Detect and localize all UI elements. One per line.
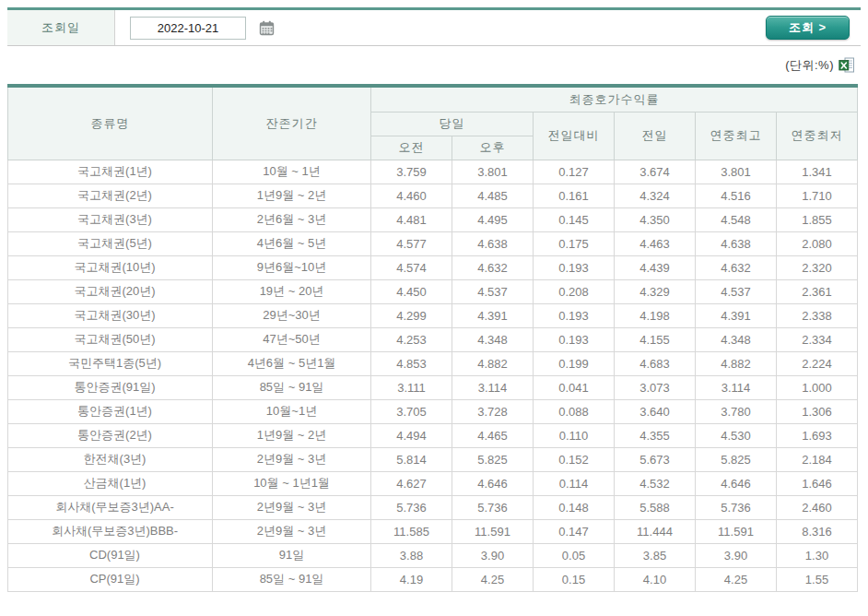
table-row: 국고채권(2년)1년9월 ~ 2년4.4604.4850.1614.3244.5…: [8, 184, 858, 207]
cell-year-high: 4.882: [696, 351, 777, 375]
cell-type-name: CD(91일): [8, 543, 213, 567]
cell-change: 0.145: [534, 207, 615, 231]
excel-export-button[interactable]: [839, 57, 855, 74]
cell-am: 4.19: [371, 567, 452, 591]
cell-change: 0.175: [534, 231, 615, 255]
search-toolbar: 조회일 조회 >: [7, 7, 861, 46]
cell-change: 0.199: [534, 351, 615, 375]
cell-type-name: 국고채권(2년): [8, 184, 213, 207]
cell-type-name: 회사채(무보증3년)BBB-: [8, 519, 213, 543]
yield-table-body: 국고채권(1년)10월 ~ 1년3.7593.8010.1273.6743.80…: [8, 160, 858, 591]
cell-type-name: 통안증권(1년): [8, 399, 213, 423]
cell-maturity: 1년9월 ~ 2년: [213, 184, 371, 207]
cell-pm: 3.114: [452, 375, 534, 399]
header-yield-group: 최종호가수익률: [371, 86, 858, 112]
cell-type-name: 국고채권(20년): [8, 279, 213, 303]
cell-change: 0.148: [534, 495, 615, 519]
query-date-label: 조회일: [7, 10, 115, 45]
cell-pm: 4.391: [452, 303, 534, 327]
header-year-low: 연중최저: [777, 112, 858, 160]
cell-year-low: 1.000: [777, 375, 858, 399]
table-row: 한전채(3년)2년9월 ~ 3년5.8145.8250.1525.6735.82…: [8, 447, 858, 471]
cell-prev-day: 4.439: [615, 255, 696, 279]
table-row: CD(91일)91일3.883.900.053.853.901.30: [8, 543, 858, 567]
cell-pm: 5.736: [452, 495, 534, 519]
cell-prev-day: 5.673: [615, 447, 696, 471]
cell-year-high: 3.114: [696, 375, 777, 399]
cell-pm: 3.801: [452, 160, 534, 184]
cell-type-name: 한전채(3년): [8, 447, 213, 471]
cell-prev-day: 4.683: [615, 351, 696, 375]
cell-maturity: 85일 ~ 91일: [213, 567, 371, 591]
cell-year-low: 8.316: [777, 519, 858, 543]
header-pm: 오후: [452, 136, 534, 160]
cell-year-low: 2.460: [777, 495, 858, 519]
cell-pm: 4.638: [452, 231, 534, 255]
cell-year-low: 1.55: [777, 567, 858, 591]
cell-year-high: 4.391: [696, 303, 777, 327]
cell-change: 0.193: [534, 327, 615, 351]
cell-change: 0.208: [534, 279, 615, 303]
cell-pm: 3.90: [452, 543, 534, 567]
cell-year-low: 2.338: [777, 303, 858, 327]
table-row: 국고채권(3년)2년6월 ~ 3년4.4814.4950.1454.3504.5…: [8, 207, 858, 231]
header-today: 당일: [371, 112, 534, 136]
cell-change: 0.147: [534, 519, 615, 543]
table-row: 국고채권(30년)29년~30년4.2994.3910.1934.1984.39…: [8, 303, 858, 327]
cell-prev-day: 3.674: [615, 160, 696, 184]
cell-type-name: 국민주택1종(5년): [8, 351, 213, 375]
cell-maturity: 2년9월 ~ 3년: [213, 519, 371, 543]
table-row: 국민주택1종(5년)4년6월 ~ 5년1월4.8534.8820.1994.68…: [8, 351, 858, 375]
excel-icon: [839, 57, 855, 74]
cell-maturity: 2년9월 ~ 3년: [213, 495, 371, 519]
cell-am: 4.460: [371, 184, 452, 207]
table-row: 회사채(무보증3년)BBB-2년9월 ~ 3년11.58511.5910.147…: [8, 519, 858, 543]
cell-prev-day: 4.532: [615, 471, 696, 495]
header-maturity: 잔존기간: [213, 86, 371, 160]
cell-year-low: 1.646: [777, 471, 858, 495]
cell-prev-day: 4.329: [615, 279, 696, 303]
cell-change: 0.05: [534, 543, 615, 567]
table-row: 국고채권(1년)10월 ~ 1년3.7593.8010.1273.6743.80…: [8, 160, 858, 184]
cell-prev-day: 3.640: [615, 399, 696, 423]
cell-prev-day: 4.10: [615, 567, 696, 591]
cell-prev-day: 4.198: [615, 303, 696, 327]
cell-change: 0.114: [534, 471, 615, 495]
cell-maturity: 47년~50년: [213, 327, 371, 351]
cell-year-high: 4.530: [696, 423, 777, 447]
cell-year-high: 5.736: [696, 495, 777, 519]
cell-pm: 4.485: [452, 184, 534, 207]
table-row: 통안증권(1년)10월~1년3.7053.7280.0883.6403.7801…: [8, 399, 858, 423]
cell-year-low: 1.710: [777, 184, 858, 207]
search-button[interactable]: 조회 >: [766, 16, 850, 40]
cell-am: 11.585: [371, 519, 452, 543]
cell-maturity: 2년6월 ~ 3년: [213, 207, 371, 231]
cell-pm: 4.882: [452, 351, 534, 375]
query-date-input[interactable]: [130, 17, 246, 40]
unit-note: (단위:%): [785, 57, 834, 74]
cell-year-low: 1.306: [777, 399, 858, 423]
table-row: 산금채(1년)10월 ~ 1년1월4.6274.6460.1144.5324.6…: [8, 471, 858, 495]
cell-year-low: 1.855: [777, 207, 858, 231]
cell-pm: 4.348: [452, 327, 534, 351]
cell-am: 3.88: [371, 543, 452, 567]
table-row: 국고채권(50년)47년~50년4.2534.3480.1934.1554.34…: [8, 327, 858, 351]
cell-year-high: 3.801: [696, 160, 777, 184]
calendar-picker-button[interactable]: [258, 19, 275, 36]
cell-am: 5.814: [371, 447, 452, 471]
cell-change: 0.088: [534, 399, 615, 423]
cell-maturity: 9년6월~10년: [213, 255, 371, 279]
cell-maturity: 29년~30년: [213, 303, 371, 327]
cell-prev-day: 4.463: [615, 231, 696, 255]
cell-am: 3.111: [371, 375, 452, 399]
cell-am: 4.299: [371, 303, 452, 327]
cell-pm: 4.25: [452, 567, 534, 591]
cell-pm: 3.728: [452, 399, 534, 423]
cell-year-low: 1.693: [777, 423, 858, 447]
cell-pm: 4.465: [452, 423, 534, 447]
table-row: 국고채권(20년)19년 ~ 20년4.4504.5370.2084.3294.…: [8, 279, 858, 303]
cell-pm: 11.591: [452, 519, 534, 543]
cell-year-low: 1.30: [777, 543, 858, 567]
cell-type-name: CP(91일): [8, 567, 213, 591]
table-row: 통안증권(2년)1년9월 ~ 2년4.4944.4650.1104.3554.5…: [8, 423, 858, 447]
